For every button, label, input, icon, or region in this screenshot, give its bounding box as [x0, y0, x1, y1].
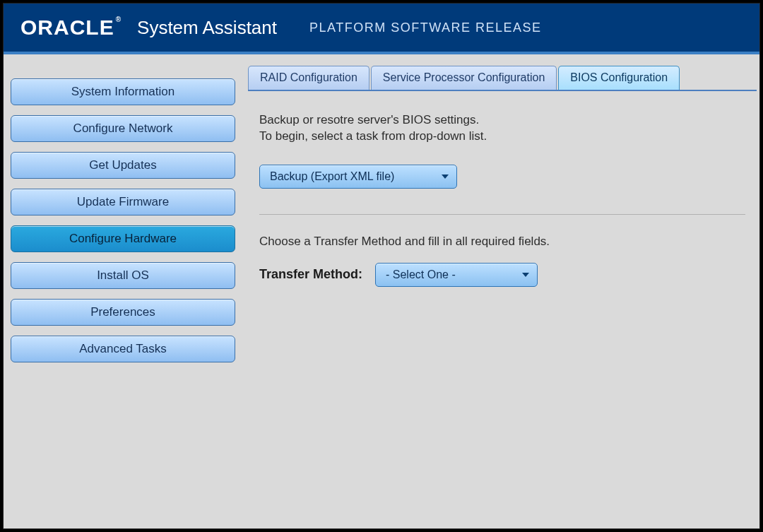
transfer-method-row: Transfer Method: - Select One - [259, 263, 745, 287]
sidebar-item-label: Preferences [90, 305, 155, 319]
sidebar-item-update-firmware[interactable]: Update Firmware [11, 189, 235, 215]
sidebar-item-system-information[interactable]: System Information [11, 78, 235, 105]
app-title: System Assistant [137, 17, 277, 39]
oracle-logo-text: ORACLE [20, 16, 114, 40]
sidebar-item-label: Update Firmware [77, 195, 169, 208]
sidebar-item-label: Configure Network [73, 122, 173, 135]
task-dropdown[interactable]: Backup (Export XML file) [259, 165, 457, 189]
tab-label: RAID Configuration [260, 71, 357, 83]
app-window: ORACLE® System Assistant PLATFORM SOFTWA… [3, 3, 760, 529]
chevron-down-icon [520, 269, 531, 280]
transfer-prompt: Choose a Transfer Method and fill in all… [259, 235, 745, 249]
sidebar-item-preferences[interactable]: Preferences [11, 299, 235, 326]
sidebar-item-label: Get Updates [89, 158, 156, 172]
transfer-method-label: Transfer Method: [259, 267, 362, 282]
tab-label: BIOS Configuration [570, 71, 668, 83]
intro-line-2: To begin, select a task from drop-down l… [259, 129, 745, 145]
tab-label: Service Processor Configuration [383, 71, 545, 83]
svg-marker-1 [522, 273, 529, 277]
tab-bios-configuration[interactable]: BIOS Configuration [558, 66, 680, 90]
transfer-method-dropdown[interactable]: - Select One - [375, 263, 538, 287]
task-dropdown-value: Backup (Export XML file) [270, 170, 394, 183]
oracle-logo: ORACLE® [20, 16, 122, 40]
intro-line-1: Backup or resotre server's BIOS settings… [259, 112, 745, 129]
section-divider [259, 214, 745, 215]
svg-marker-0 [442, 175, 449, 179]
tab-strip: RAID Configuration Service Processor Con… [248, 66, 757, 90]
sidebar-item-install-os[interactable]: Install OS [11, 262, 235, 289]
sidebar-item-label: Advanced Tasks [79, 342, 166, 355]
sidebar-item-get-updates[interactable]: Get Updates [11, 152, 235, 179]
app-subtitle: PLATFORM SOFTWARE RELEASE [309, 20, 542, 35]
tab-service-processor-configuration[interactable]: Service Processor Configuration [371, 66, 557, 90]
transfer-method-dropdown-value: - Select One - [386, 268, 456, 281]
sidebar-item-configure-hardware[interactable]: Configure Hardware [11, 225, 235, 252]
sidebar-item-advanced-tasks[interactable]: Advanced Tasks [11, 336, 235, 362]
intro-text: Backup or resotre server's BIOS settings… [259, 112, 745, 145]
tab-raid-configuration[interactable]: RAID Configuration [248, 66, 369, 90]
sidebar-item-configure-network[interactable]: Configure Network [11, 115, 235, 142]
sidebar-item-label: Configure Hardware [69, 232, 177, 245]
bios-panel: Backup or resotre server's BIOS settings… [248, 90, 757, 519]
sidebar-item-label: Install OS [97, 268, 149, 282]
sidebar-item-label: System Information [71, 85, 175, 98]
oracle-reg-mark: ® [116, 16, 122, 23]
header-bar: ORACLE® System Assistant PLATFORM SOFTWA… [4, 4, 759, 54]
main-area: RAID Configuration Service Processor Con… [248, 61, 759, 519]
body-row: System Information Configure Network Get… [4, 54, 759, 526]
sidebar: System Information Configure Network Get… [11, 61, 235, 519]
chevron-down-icon [439, 171, 451, 182]
